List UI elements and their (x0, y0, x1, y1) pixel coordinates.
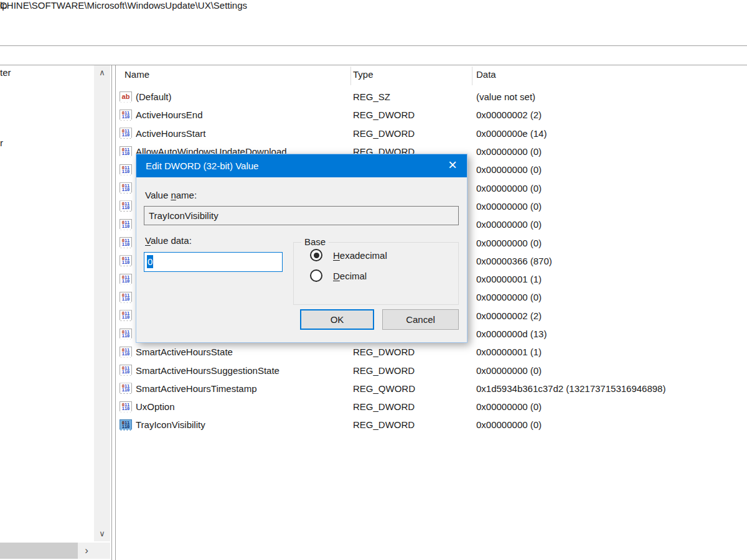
table-row[interactable]: 011 110 ab ActiveHoursStart REG_DWORD 0x… (116, 124, 747, 142)
value-data: 0x00000000 (0) (476, 146, 747, 157)
tree-item-fragment[interactable]: r (0, 138, 3, 148)
table-row[interactable]: 011 110 ab TrayIconVisibility REG_DWORD … (116, 416, 747, 434)
value-type-icon: 011 110 ab (120, 329, 132, 340)
value-data: 0x0000000d (13) (476, 329, 747, 339)
value-type-icon: 011 110 ab (120, 419, 132, 431)
table-row[interactable]: 011 110 ab SmartActiveHoursState REG_DWO… (116, 343, 747, 361)
radio-label: Hexadecimal (333, 250, 387, 261)
list-header: Name Type Data (116, 65, 747, 86)
value-data: 0x00000002 (2) (476, 110, 747, 120)
base-group-label: Base (301, 236, 329, 247)
column-header-name[interactable]: Name (125, 69, 149, 80)
panel-divider[interactable] (111, 65, 112, 560)
value-data: 0x00000000 (0) (476, 164, 747, 175)
menu-divider (0, 45, 747, 46)
value-name: UxOption (136, 401, 353, 412)
label-text: ecimal (340, 271, 367, 281)
ok-button[interactable]: OK (300, 309, 374, 330)
value-data: 0x00000000 (0) (476, 238, 747, 248)
value-data: 0x00000000 (0) (476, 365, 747, 376)
table-row[interactable]: 011 110 ab (Default) REG_SZ (value not s… (116, 88, 747, 106)
table-row[interactable]: 011 110 ab ActiveHoursEnd REG_DWORD 0x00… (116, 106, 747, 124)
value-type: REG_DWORD (353, 365, 476, 376)
value-name: TrayIconVisibility (136, 419, 353, 430)
scroll-right-icon[interactable]: › (78, 543, 95, 559)
value-data: 0x0000000e (14) (476, 128, 747, 139)
label-text: ame: (176, 190, 197, 200)
value-data: 0x00000000 (0) (476, 401, 747, 412)
table-row[interactable]: 011 110 ab SmartActiveHoursSuggestionSta… (116, 361, 747, 379)
value-type-icon: 011 110 ab (120, 255, 132, 266)
value-type-icon: 011 110 ab (120, 146, 132, 157)
table-row[interactable]: 011 110 ab SmartActiveHoursTimestamp REG… (116, 380, 747, 398)
scroll-down-icon[interactable]: ∨ (94, 526, 110, 541)
value-type-icon: 011 110 ab (120, 91, 132, 103)
value-name: SmartActiveHoursState (136, 347, 353, 357)
tree-vertical-scrollbar[interactable]: ∧ ∨ (94, 65, 110, 541)
tree-item-fragment[interactable]: ter (0, 67, 11, 78)
value-data: 0x00000001 (1) (476, 347, 747, 357)
value-type: REG_DWORD (353, 401, 476, 412)
value-type: REG_DWORD (353, 347, 476, 357)
value-data-input[interactable]: 0 (144, 252, 283, 272)
label-accel: n (171, 190, 176, 200)
address-bar[interactable]: CHINE\SOFTWARE\Microsoft\WindowsUpdate\U… (0, 0, 747, 15)
value-name-input[interactable]: TrayIconVisibility (144, 206, 459, 225)
value-name: SmartActiveHoursTimestamp (136, 383, 353, 394)
value-type: REG_QWORD (353, 383, 476, 394)
value-name: ActiveHoursEnd (136, 110, 353, 120)
value-type-icon: 011 110 ab (120, 274, 132, 285)
value-type-icon: 011 110 ab (120, 292, 132, 303)
close-icon[interactable]: × (438, 154, 467, 177)
value-type-icon: 011 110 ab (120, 310, 132, 321)
value-type-icon: 011 110 ab (120, 237, 132, 248)
value-type-icon: 011 110 ab (120, 182, 132, 194)
value-data: 0x00000000 (0) (476, 419, 747, 430)
value-type-icon: 011 110 ab (120, 128, 132, 139)
value-type-icon: 011 110 ab (120, 164, 132, 175)
value-data: 0x00000001 (1) (476, 274, 747, 284)
value-data: 0x00000000 (0) (476, 292, 747, 302)
label-accel: V (145, 235, 151, 246)
tree-horizontal-scrollbar[interactable]: › (0, 543, 110, 559)
value-type-icon: 011 110 ab (120, 401, 132, 413)
value-data: 0x00000000 (0) (476, 201, 747, 212)
value-type-icon: 011 110 ab (120, 110, 132, 121)
radio-button-icon[interactable] (310, 269, 322, 282)
dialog-title: Edit DWORD (32-bit) Value (146, 154, 258, 177)
radio-label: Decimal (333, 271, 367, 281)
edit-dword-dialog: Edit DWORD (32-bit) Value × Value name: … (136, 154, 467, 343)
column-header-type[interactable]: Type (353, 69, 374, 80)
column-separator[interactable] (472, 67, 472, 85)
value-data: 0x00000000 (0) (476, 219, 747, 230)
radio-button-icon[interactable] (310, 249, 322, 261)
radio-decimal[interactable]: Decimal (310, 269, 367, 282)
value-name: (Default) (136, 91, 353, 102)
value-name: ActiveHoursStart (136, 128, 353, 139)
value-data-label: Value data: (145, 235, 192, 246)
radio-hexadecimal[interactable]: Hexadecimal (310, 249, 387, 261)
value-name: SmartActiveHoursSuggestionState (136, 365, 353, 376)
scroll-up-icon[interactable]: ∧ (94, 65, 110, 80)
selected-text: 0 (147, 255, 153, 268)
label-text: Value (145, 190, 171, 200)
scrollbar-thumb[interactable] (0, 543, 78, 559)
label-accel: D (333, 271, 340, 281)
label-text: exadecimal (340, 250, 387, 261)
cancel-button[interactable]: Cancel (382, 309, 459, 330)
value-type-icon: 011 110 ab (120, 200, 132, 212)
value-type-icon: 011 110 ab (120, 219, 132, 230)
column-header-data[interactable]: Data (476, 69, 496, 80)
value-type: REG_DWORD (353, 128, 476, 139)
value-type-icon: 011 110 ab (120, 347, 132, 358)
value-data: 0x00000002 (2) (476, 310, 747, 321)
value-type: REG_SZ (353, 91, 476, 102)
value-data: 0x00000000 (0) (476, 183, 747, 194)
table-row[interactable]: 011 110 ab UxOption REG_DWORD 0x00000000… (116, 398, 747, 416)
base-group: Base Hexadecimal Decimal (293, 242, 459, 305)
column-separator[interactable] (350, 67, 351, 85)
dialog-titlebar[interactable]: Edit DWORD (32-bit) Value × (136, 154, 467, 177)
value-name-label: Value name: (145, 190, 197, 200)
value-data: 0x00000366 (870) (476, 256, 747, 266)
value-type-icon: 011 110 ab (120, 365, 132, 376)
